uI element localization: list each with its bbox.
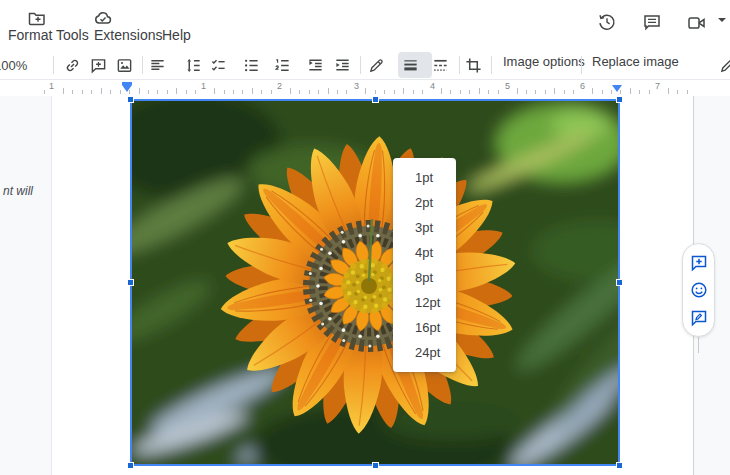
insert-link-button[interactable]	[64, 53, 81, 77]
divider	[459, 56, 460, 74]
divider	[491, 56, 492, 74]
ruler-number: 2	[277, 81, 282, 91]
move-folder-icon[interactable]	[27, 8, 47, 28]
resize-handle-bottom-left[interactable]	[127, 462, 134, 469]
image-options-button[interactable]: Image options	[503, 54, 585, 69]
ruler-tick	[82, 90, 83, 94]
comments-icon[interactable]	[642, 12, 662, 32]
ruler-tick	[668, 88, 669, 94]
replace-image-button[interactable]: Replace image	[592, 54, 679, 69]
align-button[interactable]	[149, 53, 166, 77]
editing-mode-pen-icon[interactable]	[719, 53, 730, 77]
crop-image-button[interactable]	[465, 53, 482, 77]
menu-item-12pt[interactable]: 12pt	[393, 290, 456, 315]
resize-handle-top-left[interactable]	[127, 96, 134, 103]
border-color-button[interactable]	[368, 53, 385, 77]
left-margin-area: nt will	[0, 96, 52, 475]
ruler-tick	[460, 90, 461, 94]
resize-handle-middle-right[interactable]	[616, 279, 623, 286]
ruler-tick	[677, 90, 678, 94]
menu-item-3pt[interactable]: 3pt	[393, 215, 456, 240]
version-history-icon[interactable]	[597, 12, 617, 32]
menu-item-2pt[interactable]: 2pt	[393, 190, 456, 215]
checklist-button[interactable]	[210, 53, 227, 77]
ruler-tick	[72, 90, 73, 94]
ruler-tick	[167, 90, 168, 94]
ruler-tick	[441, 88, 442, 94]
ruler-tick	[346, 90, 347, 94]
resize-handle-top-right[interactable]	[616, 96, 623, 103]
menu-item-8pt[interactable]: 8pt	[393, 265, 456, 290]
divider	[142, 56, 143, 74]
ruler-number: 5	[505, 81, 510, 91]
line-spacing-button[interactable]	[185, 53, 202, 77]
ruler-tick	[573, 90, 574, 94]
ruler-tick	[157, 90, 158, 94]
ruler-tick	[403, 88, 404, 94]
ruler-tick	[450, 90, 451, 94]
add-comment-button[interactable]	[90, 53, 107, 77]
menu-item-16pt[interactable]: 16pt	[393, 315, 456, 340]
right-indent-marker[interactable]	[612, 85, 622, 92]
emoji-reaction-icon[interactable]	[690, 281, 708, 299]
ruler-tick	[365, 88, 366, 94]
menu-item-1pt[interactable]: 1pt	[393, 165, 456, 190]
ruler-tick	[186, 90, 187, 94]
ruler-tick	[687, 90, 688, 94]
bulleted-list-button[interactable]	[243, 53, 260, 77]
ruler-tick	[309, 90, 310, 94]
ruler-tick	[602, 90, 603, 94]
ruler-tick	[176, 88, 177, 94]
ruler-tick	[554, 88, 555, 94]
ruler-tick	[110, 90, 111, 94]
resize-handle-bottom-right[interactable]	[616, 462, 623, 469]
border-weight-button[interactable]	[402, 53, 419, 77]
ruler-tick	[526, 90, 527, 94]
video-call-icon[interactable]	[687, 13, 707, 33]
menu-extensions[interactable]: Extensions	[94, 27, 162, 43]
header: Format Tools Extensions Help	[0, 0, 730, 50]
decrease-indent-button[interactable]	[307, 53, 324, 77]
ruler-number: 6	[580, 81, 585, 91]
resize-handle-bottom-middle[interactable]	[372, 462, 379, 469]
ruler-tick	[328, 88, 329, 94]
ruler-number: 1	[201, 81, 206, 91]
saved-cloud-icon[interactable]	[93, 8, 113, 28]
menu-tools[interactable]: Tools	[56, 27, 89, 43]
selected-image[interactable]	[130, 99, 620, 466]
add-comment-icon[interactable]	[690, 254, 708, 272]
left-indent-marker[interactable]	[122, 85, 132, 92]
ruler-tick	[91, 90, 92, 94]
border-dash-button[interactable]	[432, 53, 449, 77]
ruler-tick	[290, 88, 291, 94]
ruler-tick	[488, 90, 489, 94]
ruler-tick	[592, 88, 593, 94]
ruler-tick	[214, 88, 215, 94]
divider	[360, 56, 361, 74]
increase-indent-button[interactable]	[334, 53, 351, 77]
ruler-tick	[233, 90, 234, 94]
suggest-edits-icon[interactable]	[690, 309, 708, 327]
numbered-list-button[interactable]	[274, 53, 291, 77]
ruler-tick	[120, 90, 121, 94]
ruler-tick	[384, 90, 385, 94]
ruler-tick	[498, 90, 499, 94]
menu-item-24pt[interactable]: 24pt	[393, 340, 456, 365]
resize-handle-top-middle[interactable]	[372, 96, 379, 103]
flower-photo	[132, 101, 618, 464]
divider	[581, 56, 582, 74]
resize-handle-middle-left[interactable]	[127, 279, 134, 286]
ruler-tick	[413, 90, 414, 94]
ruler-tick	[517, 88, 518, 94]
insert-image-button[interactable]	[116, 53, 133, 77]
ruler-tick	[318, 90, 319, 94]
video-call-chevron-icon[interactable]	[715, 22, 726, 40]
ruler-tick	[242, 90, 243, 94]
ruler-number: 1	[49, 81, 54, 91]
ruler-tick	[101, 88, 102, 94]
ruler-tick	[63, 88, 64, 94]
menu-help[interactable]: Help	[162, 27, 191, 43]
zoom-select[interactable]: 100%	[0, 53, 27, 77]
menu-format[interactable]: Format	[8, 27, 52, 43]
menu-item-4pt[interactable]: 4pt	[393, 240, 456, 265]
